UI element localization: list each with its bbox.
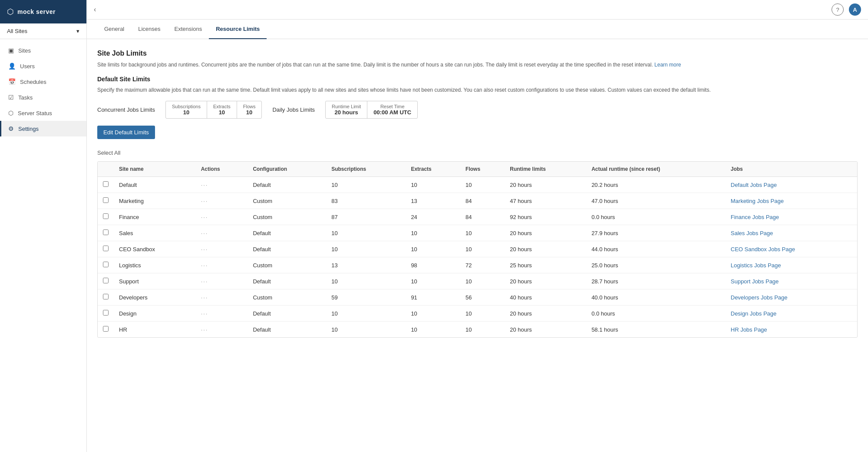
- row-checkbox[interactable]: [103, 246, 109, 251]
- select-all[interactable]: Select All: [97, 150, 858, 156]
- cell-actual-runtime: 47.0 hours: [586, 193, 726, 209]
- extracts-cell: Extracts 10: [207, 101, 237, 118]
- extracts-value: 10: [213, 109, 231, 116]
- row-checkbox-cell: [98, 257, 114, 273]
- cell-flows: 56: [460, 289, 505, 306]
- row-checkbox[interactable]: [103, 326, 109, 332]
- cell-runtime-limits: 20 hours: [505, 306, 586, 322]
- cell-jobs-link[interactable]: Developers Jobs Page: [726, 289, 857, 306]
- cell-jobs-link[interactable]: Design Jobs Page: [726, 306, 857, 322]
- cell-actions[interactable]: ···: [196, 257, 248, 273]
- cell-jobs-link[interactable]: Default Jobs Page: [726, 177, 857, 193]
- site-job-limits-desc: Site limits for background jobs and runt…: [97, 61, 858, 69]
- cell-flows: 10: [460, 177, 505, 193]
- cell-actions[interactable]: ···: [196, 306, 248, 322]
- cell-actions[interactable]: ···: [196, 322, 248, 338]
- learn-more-link[interactable]: Learn more: [654, 62, 681, 68]
- cell-subscriptions: 10: [326, 322, 406, 338]
- cell-subscriptions: 10: [326, 241, 406, 257]
- cell-flows: 10: [460, 241, 505, 257]
- table-row: Default ··· Default 10 10 10 20 hours 20…: [98, 177, 857, 193]
- cell-actions[interactable]: ···: [196, 177, 248, 193]
- cell-flows: 10: [460, 273, 505, 289]
- cell-runtime-limits: 20 hours: [505, 241, 586, 257]
- cell-subscriptions: 10: [326, 177, 406, 193]
- cell-site-name: Finance: [114, 209, 196, 225]
- default-site-limits-desc: Specify the maximum allowable jobs that …: [97, 86, 858, 94]
- row-checkbox[interactable]: [103, 181, 109, 187]
- cell-actions[interactable]: ···: [196, 209, 248, 225]
- cell-runtime-limits: 20 hours: [505, 322, 586, 338]
- cell-actions[interactable]: ···: [196, 273, 248, 289]
- cell-extracts: 10: [406, 177, 460, 193]
- cell-actions[interactable]: ···: [196, 289, 248, 306]
- tab-licenses[interactable]: Licenses: [131, 20, 167, 39]
- row-checkbox[interactable]: [103, 310, 109, 316]
- cell-extracts: 10: [406, 322, 460, 338]
- cell-runtime-limits: 92 hours: [505, 209, 586, 225]
- cell-subscriptions: 87: [326, 209, 406, 225]
- cell-extracts: 10: [406, 241, 460, 257]
- cell-jobs-link[interactable]: Support Jobs Page: [726, 273, 857, 289]
- concurrent-jobs-label: Concurrent Jobs Limits: [97, 106, 155, 113]
- cell-jobs-link[interactable]: Sales Jobs Page: [726, 225, 857, 241]
- tab-general[interactable]: General: [97, 20, 131, 39]
- cell-jobs-link[interactable]: Logistics Jobs Page: [726, 257, 857, 273]
- sidebar-item-tasks[interactable]: ☑ Tasks: [0, 90, 86, 105]
- table-row: CEO Sandbox ··· Default 10 10 10 20 hour…: [98, 241, 857, 257]
- sidebar-item-settings[interactable]: ⚙ Settings: [0, 121, 86, 136]
- cell-site-name: Default: [114, 177, 196, 193]
- row-checkbox[interactable]: [103, 294, 109, 299]
- page-content-area: Site Job Limits Site limits for backgrou…: [87, 39, 868, 452]
- cell-subscriptions: 59: [326, 289, 406, 306]
- runtime-limit-label: Runtime Limit: [332, 104, 361, 109]
- limits-row: Concurrent Jobs Limits Subscriptions 10 …: [97, 101, 858, 119]
- cell-actual-runtime: 0.0 hours: [586, 306, 726, 322]
- cell-configuration: Default: [248, 273, 326, 289]
- row-checkbox[interactable]: [103, 278, 109, 283]
- default-site-limits-section: Default Site Limits Specify the maximum …: [97, 76, 858, 139]
- avatar[interactable]: A: [849, 3, 861, 16]
- collapse-button[interactable]: ‹: [94, 6, 96, 13]
- cell-actions[interactable]: ···: [196, 241, 248, 257]
- cell-actions[interactable]: ···: [196, 193, 248, 209]
- server-status-icon: ⬡: [8, 110, 13, 116]
- table-body: Default ··· Default 10 10 10 20 hours 20…: [98, 177, 857, 338]
- sidebar-item-server-status[interactable]: ⬡ Server Status: [0, 105, 86, 121]
- site-selector[interactable]: All Sites ▾: [0, 23, 86, 39]
- cell-actions[interactable]: ···: [196, 225, 248, 241]
- row-checkbox[interactable]: [103, 229, 109, 235]
- row-checkbox[interactable]: [103, 262, 109, 267]
- cell-jobs-link[interactable]: HR Jobs Page: [726, 322, 857, 338]
- sidebar-item-users[interactable]: 👤 Users: [0, 58, 86, 74]
- cell-jobs-link[interactable]: CEO Sandbox Jobs Page: [726, 241, 857, 257]
- row-checkbox-cell: [98, 193, 114, 209]
- help-icon: ?: [836, 7, 839, 13]
- cell-extracts: 10: [406, 225, 460, 241]
- help-button[interactable]: ?: [832, 3, 844, 16]
- cell-jobs-link[interactable]: Finance Jobs Page: [726, 209, 857, 225]
- avatar-initials: A: [853, 7, 857, 13]
- sidebar-item-schedules[interactable]: 📅 Schedules: [0, 74, 86, 90]
- sidebar-item-sites[interactable]: ▣ Sites: [0, 43, 86, 58]
- row-checkbox[interactable]: [103, 197, 109, 203]
- subscriptions-value: 10: [172, 109, 201, 116]
- th-flows: Flows: [460, 162, 505, 177]
- cell-runtime-limits: 40 hours: [505, 289, 586, 306]
- cell-jobs-link[interactable]: Marketing Jobs Page: [726, 193, 857, 209]
- tab-extensions[interactable]: Extensions: [168, 20, 209, 39]
- cell-configuration: Default: [248, 306, 326, 322]
- subscriptions-label: Subscriptions: [172, 104, 201, 109]
- cell-extracts: 10: [406, 273, 460, 289]
- sidebar-nav: ▣ Sites 👤 Users 📅 Schedules ☑ Tasks ⬡ Se…: [0, 39, 86, 452]
- row-checkbox-cell: [98, 177, 114, 193]
- row-checkbox[interactable]: [103, 213, 109, 219]
- tab-resource-limits[interactable]: Resource Limits: [209, 20, 267, 39]
- table-row: Design ··· Default 10 10 10 20 hours 0.0…: [98, 306, 857, 322]
- th-site-name: Site name: [114, 162, 196, 177]
- th-actual-runtime: Actual runtime (since reset): [586, 162, 726, 177]
- table-row: Finance ··· Custom 87 24 84 92 hours 0.0…: [98, 209, 857, 225]
- edit-default-limits-button[interactable]: Edit Default Limits: [97, 126, 155, 139]
- site-selector-label: All Sites: [7, 28, 27, 34]
- flows-label: Flows: [243, 104, 256, 109]
